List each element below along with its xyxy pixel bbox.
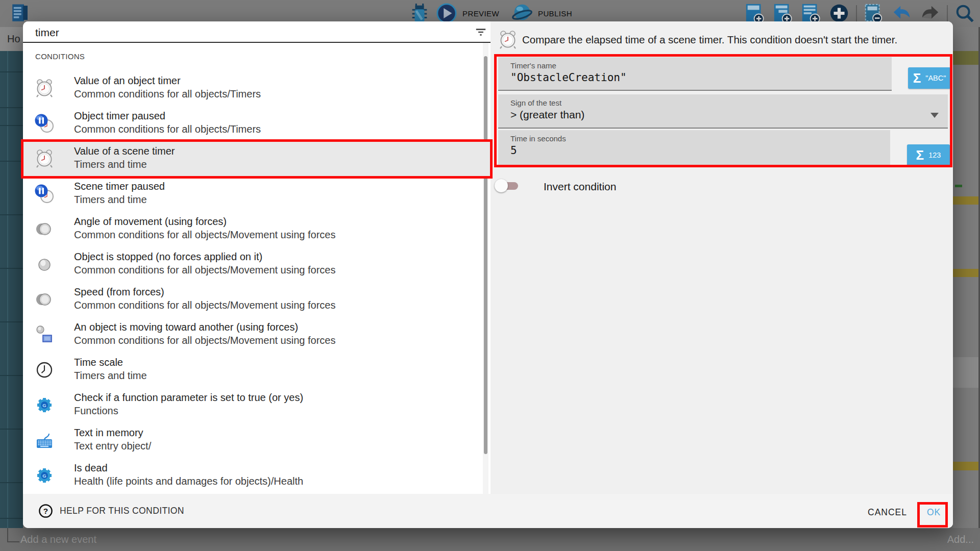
- toolbar-divider: [947, 5, 948, 21]
- add-action-button[interactable]: Add...: [947, 534, 974, 545]
- gear-icon: G: [34, 465, 55, 486]
- sign-of-test-label: Sign of the test: [510, 98, 561, 107]
- help-question-icon: ?: [38, 504, 53, 518]
- alarm-clock-icon: [34, 148, 55, 169]
- coin-square-icon: [34, 324, 55, 345]
- alarm-clock-icon: [498, 30, 518, 50]
- timer-name-field[interactable]: Timer's name "ObstacleCreation": [498, 57, 892, 91]
- home-tab-label: Ho: [7, 33, 20, 45]
- alarm-clock-icon: [34, 78, 55, 98]
- time-in-seconds-label: Time in seconds: [510, 134, 566, 143]
- condition-description: Compare the elapsed time of a scene time…: [522, 34, 930, 46]
- timer-paused-icon: [34, 113, 55, 134]
- sign-of-test-select[interactable]: Sign of the test > (greater than): [498, 94, 948, 129]
- timer-name-label: Timer's name: [510, 61, 556, 70]
- search-input[interactable]: [35, 26, 433, 40]
- search-row: [23, 21, 491, 43]
- gdevelop-window: PREVIEW PUBLISH Ho Add a new event Add..…: [0, 0, 980, 551]
- coin-icon: [34, 254, 55, 274]
- gear-icon: G: [34, 395, 55, 415]
- time-in-seconds-value[interactable]: 5: [510, 144, 517, 157]
- condition-item-an-object-is-moving-toward-another-using-forces[interactable]: An object is moving toward another (usin…: [23, 317, 491, 353]
- condition-item-is-dead[interactable]: G Is dead Health (life points and damage…: [23, 458, 491, 493]
- event-bracket: [7, 528, 19, 542]
- condition-item-object-timer-paused[interactable]: Object timer paused Common conditions fo…: [23, 106, 491, 141]
- preview-button[interactable]: PREVIEW: [462, 9, 499, 18]
- clock-icon: [34, 360, 55, 380]
- condition-item-angle-of-movement-using-forces[interactable]: Angle of movement (using forces) Common …: [23, 212, 491, 247]
- ok-button[interactable]: OK: [923, 505, 945, 520]
- invert-condition-label: Invert condition: [544, 181, 616, 193]
- number-expression-button[interactable]: Σ 123: [907, 144, 950, 166]
- condition-editor-dialog: CONDITIONS Value of an object timer Comm…: [23, 21, 953, 528]
- invert-condition-toggle[interactable]: [495, 179, 519, 193]
- condition-item-check-if-a-function-parameter-is-set-to-true-or-[interactable]: G Check if a function parameter is set t…: [23, 388, 491, 423]
- dialog-footer: ? HELP FOR THIS CONDITION CANCEL OK: [23, 494, 953, 528]
- toolbar-divider: [856, 5, 857, 21]
- events-sheet-right-edge: [953, 27, 980, 528]
- chevron-down-icon[interactable]: [930, 113, 939, 118]
- filter-icon[interactable]: [474, 25, 488, 39]
- search-icon[interactable]: [953, 2, 976, 24]
- string-expression-button[interactable]: Σ "ABC": [908, 67, 951, 89]
- timer-paused-icon: [34, 184, 55, 204]
- condition-chooser-panel: CONDITIONS Value of an object timer Comm…: [23, 21, 491, 494]
- time-in-seconds-field[interactable]: Time in seconds 5: [498, 130, 890, 166]
- sigma-icon: Σ: [913, 71, 921, 85]
- cancel-button[interactable]: CANCEL: [863, 505, 912, 520]
- events-sheet-left-edge: [0, 51, 23, 528]
- invert-condition-row: Invert condition: [491, 177, 797, 197]
- condition-item-speed-from-forces[interactable]: Speed (from forces) Common conditions fo…: [23, 282, 491, 317]
- condition-item-value-of-a-scene-timer[interactable]: Value of a scene timer Timers and time: [23, 141, 491, 177]
- condition-item-scene-timer-paused[interactable]: Scene timer paused Timers and time: [23, 177, 491, 212]
- svg-text:G: G: [42, 473, 46, 479]
- svg-text:?: ?: [43, 507, 48, 515]
- publish-button[interactable]: PUBLISH: [538, 9, 572, 18]
- home-tab[interactable]: Ho: [0, 27, 23, 51]
- svg-text:G: G: [42, 403, 46, 408]
- condition-item-time-scale[interactable]: Time scale Timers and time: [23, 353, 491, 388]
- timer-name-value[interactable]: "ObstacleCreation": [510, 71, 627, 84]
- condition-parameters-panel: Compare the elapsed time of a scene time…: [491, 21, 953, 494]
- sigma-icon: Σ: [916, 148, 924, 162]
- add-new-event-button[interactable]: Add a new event: [20, 534, 96, 545]
- conditions-list: Value of an object timer Common conditio…: [23, 71, 491, 493]
- help-button[interactable]: ? HELP FOR THIS CONDITION: [38, 504, 184, 518]
- coins-icon: [34, 219, 55, 239]
- sign-of-test-value: > (greater than): [510, 109, 584, 121]
- coins-icon: [34, 289, 55, 310]
- events-sheet-bottom: Add a new event Add...: [0, 528, 980, 551]
- keyboard-icon: [34, 430, 55, 450]
- condition-item-text-in-memory[interactable]: Text in memory Text entry object/: [23, 423, 491, 458]
- conditions-section-header: CONDITIONS: [35, 52, 85, 61]
- list-scrollbar: [483, 43, 488, 494]
- condition-item-object-is-stopped-no-forces-applied-on-it[interactable]: Object is stopped (no forces applied on …: [23, 247, 491, 282]
- condition-item-value-of-an-object-timer[interactable]: Value of an object timer Common conditio…: [23, 71, 491, 106]
- list-scrollbar-thumb[interactable]: [484, 56, 487, 454]
- search-underline: [23, 42, 491, 43]
